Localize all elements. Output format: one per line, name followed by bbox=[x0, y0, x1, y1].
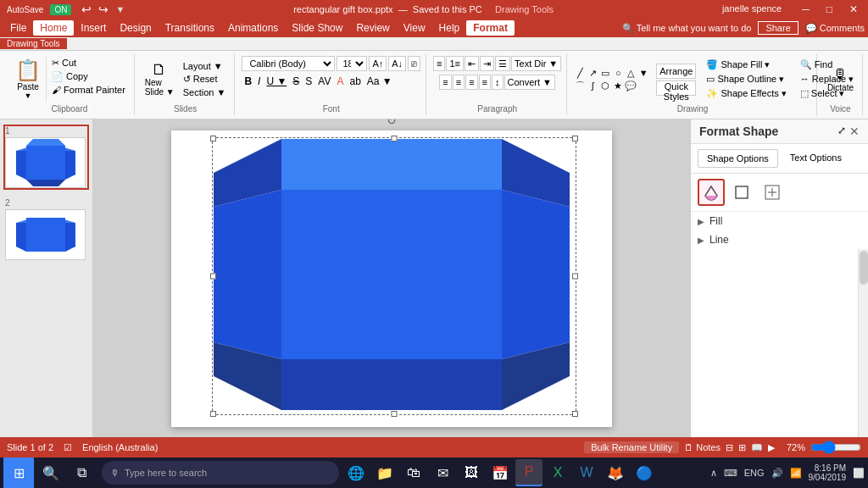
taskbar-firefox[interactable]: 🦊 bbox=[602, 459, 629, 486]
justify[interactable]: ≡ bbox=[479, 75, 491, 90]
decrease-indent[interactable]: ⇤ bbox=[465, 56, 479, 71]
font-size-decrease[interactable]: A↓ bbox=[388, 56, 406, 71]
shape-fill-button[interactable]: 🪣 Shape Fill ▾ bbox=[703, 58, 789, 71]
format-painter-button[interactable]: 🖌 Format Painter bbox=[48, 84, 129, 96]
maximize-button[interactable]: □ bbox=[823, 3, 836, 15]
taskbar-explorer[interactable]: 📁 bbox=[371, 459, 398, 486]
font-size-increase[interactable]: A↑ bbox=[369, 56, 387, 71]
taskbar-volume[interactable]: 🔊 bbox=[771, 468, 783, 479]
copy-button[interactable]: 📄 Copy bbox=[48, 70, 129, 83]
taskbar-powerpoint[interactable]: P bbox=[515, 459, 542, 486]
clear-format-button[interactable]: ⎚ bbox=[408, 56, 420, 71]
font-color-button[interactable]: A bbox=[334, 75, 346, 88]
taskbar-mail[interactable]: ✉ bbox=[429, 459, 456, 486]
view-slide-sorter[interactable]: ⊞ bbox=[738, 442, 746, 453]
size-properties-option[interactable] bbox=[759, 179, 786, 206]
font-size-select[interactable]: 18 bbox=[337, 56, 367, 71]
view-normal[interactable]: ⊟ bbox=[726, 442, 733, 453]
taskbar-calendar[interactable]: 📅 bbox=[487, 459, 514, 486]
shape-effects-button[interactable]: ✨ Shape Effects ▾ bbox=[703, 87, 789, 100]
menu-design[interactable]: Design bbox=[113, 20, 158, 36]
shadow-button[interactable]: S bbox=[303, 75, 314, 88]
bold-button[interactable]: B bbox=[242, 75, 254, 88]
language[interactable]: English (Australia) bbox=[82, 442, 158, 452]
shape-more[interactable]: ▼ bbox=[637, 67, 649, 79]
shape-star[interactable]: ★ bbox=[612, 80, 624, 92]
comments-button[interactable]: 💬 Comments bbox=[805, 23, 865, 34]
paste-button[interactable]: 📋 Paste ▼ bbox=[10, 57, 47, 102]
scroll-thumb[interactable] bbox=[860, 251, 868, 285]
close-button[interactable]: ✕ bbox=[846, 3, 861, 15]
minimize-button[interactable]: ─ bbox=[798, 3, 813, 15]
accessibility-icon[interactable]: ☑ bbox=[64, 442, 72, 453]
shape-hex[interactable]: ⬡ bbox=[599, 80, 611, 92]
dictate-button[interactable]: 🎙 Dictate bbox=[824, 65, 857, 94]
shape-rect[interactable]: ▭ bbox=[599, 67, 611, 79]
menu-help[interactable]: Help bbox=[432, 20, 467, 36]
handle-mr[interactable] bbox=[572, 273, 578, 279]
cut-button[interactable]: ✂ Cut bbox=[48, 57, 129, 69]
menu-review[interactable]: Review bbox=[349, 20, 396, 36]
layout-button[interactable]: Layout ▼ bbox=[180, 60, 230, 72]
autosave-badge[interactable]: ON bbox=[50, 4, 71, 15]
columns-button[interactable]: ☰ bbox=[495, 56, 510, 71]
fill-section-toggle[interactable]: ▶ Fill bbox=[691, 212, 868, 230]
menu-home[interactable]: Home bbox=[33, 20, 74, 36]
increase-indent[interactable]: ⇥ bbox=[480, 56, 494, 71]
align-left[interactable]: ≡ bbox=[439, 75, 451, 90]
zoom-slider[interactable] bbox=[810, 442, 861, 452]
taskbar-network[interactable]: 📶 bbox=[790, 468, 802, 479]
menu-slideshow[interactable]: Slide Show bbox=[285, 20, 349, 36]
align-center[interactable]: ≡ bbox=[453, 75, 465, 90]
taskbar-clock[interactable]: 8:16 PM 9/04/2019 bbox=[809, 463, 847, 482]
smartart-button[interactable]: Convert ▼ bbox=[504, 75, 555, 90]
slide-1-thumb[interactable]: 1 bbox=[3, 125, 89, 190]
handle-tl[interactable] bbox=[210, 136, 216, 141]
quick-access[interactable]: ▼ bbox=[115, 4, 125, 14]
italic-button[interactable]: I bbox=[255, 75, 263, 88]
redo-icon[interactable]: ↪ bbox=[98, 3, 108, 16]
taskbar-search-box[interactable]: 🎙 Type here to search bbox=[102, 461, 339, 485]
align-right[interactable]: ≡ bbox=[465, 75, 477, 90]
taskbar-task-view[interactable]: ⧉ bbox=[68, 459, 95, 486]
panel-expand-button[interactable]: ⤢ bbox=[837, 125, 846, 138]
view-presenter[interactable]: ▶ bbox=[768, 442, 775, 453]
taskbar-edge[interactable]: 🌐 bbox=[342, 459, 370, 486]
shape-arrow[interactable]: ↗ bbox=[587, 67, 598, 79]
panel-close-button[interactable]: ✕ bbox=[849, 125, 860, 138]
taskbar-chrome[interactable]: 🔵 bbox=[631, 459, 658, 486]
tab-shape-options[interactable]: Shape Options bbox=[698, 149, 778, 168]
handle-bl[interactable] bbox=[210, 411, 216, 417]
numbering-button[interactable]: 1≡ bbox=[446, 56, 464, 71]
shape-circle[interactable]: ○ bbox=[612, 67, 624, 79]
taskbar-language[interactable]: ENG bbox=[744, 468, 765, 478]
menu-view[interactable]: View bbox=[397, 20, 432, 36]
highlight-button[interactable]: ab bbox=[347, 75, 363, 88]
notes-button[interactable]: 🗒 Notes bbox=[684, 442, 721, 452]
line-spacing[interactable]: ↕ bbox=[492, 75, 504, 90]
arrange-button[interactable]: Arrange bbox=[656, 64, 696, 79]
start-button[interactable]: ⊞ bbox=[3, 458, 34, 488]
text-direction-button[interactable]: Text Dir ▼ bbox=[511, 56, 561, 71]
slide-2-thumb[interactable]: 2 bbox=[3, 197, 89, 262]
menu-file[interactable]: File bbox=[3, 20, 33, 36]
search-bar[interactable]: 🔍 Tell me what you want to do bbox=[622, 23, 752, 34]
shape-callout[interactable]: 💬 bbox=[625, 80, 637, 92]
shape-option[interactable] bbox=[728, 179, 755, 206]
section-button[interactable]: Section ▼ bbox=[180, 86, 230, 98]
shape-tri[interactable]: △ bbox=[625, 67, 637, 79]
menu-format[interactable]: Format bbox=[466, 20, 515, 36]
handle-br[interactable] bbox=[572, 411, 578, 417]
shape-arc[interactable]: ⌒ bbox=[574, 80, 586, 92]
taskbar-up-arrow[interactable]: ∧ bbox=[710, 468, 717, 479]
bulk-rename-utility[interactable]: Bulk Rename Utility bbox=[584, 441, 679, 453]
handle-tr[interactable] bbox=[572, 136, 578, 141]
rotation-handle[interactable]: ↻ bbox=[387, 119, 397, 127]
taskbar-word[interactable]: W bbox=[573, 459, 600, 486]
share-button[interactable]: Share bbox=[758, 21, 798, 35]
fill-effects-option[interactable] bbox=[698, 179, 725, 206]
taskbar-photos[interactable]: 🖼 bbox=[458, 459, 485, 486]
font-family-select[interactable]: Calibri (Body) bbox=[242, 56, 335, 71]
shape-line[interactable]: ╱ bbox=[574, 67, 586, 79]
taskbar-show-desktop[interactable]: ⬜ bbox=[853, 468, 865, 479]
